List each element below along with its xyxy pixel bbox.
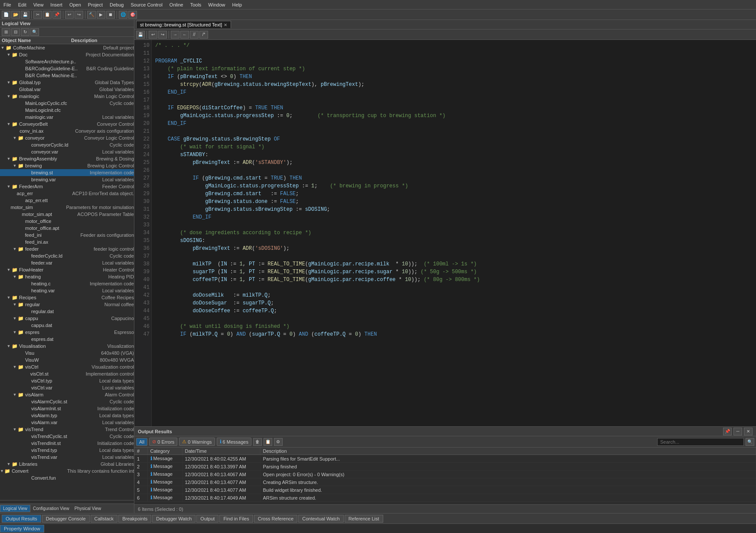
tree-item-motor-sim-apt[interactable]: motor_sim.apt ACOPOS Parameter Table bbox=[0, 211, 134, 218]
output-minimize[interactable]: ─ bbox=[733, 428, 742, 435]
tree-expand[interactable]: ▼ bbox=[6, 295, 11, 300]
tree-expand[interactable]: ▼ bbox=[12, 365, 17, 369]
output-search-input[interactable] bbox=[657, 438, 744, 446]
tree-item-softwarearchitecture-p--[interactable]: SoftwareArchitecture.p.. bbox=[0, 58, 134, 65]
tab-logical-view[interactable]: Logical View bbox=[0, 505, 30, 512]
tree-expand[interactable]: ▼ bbox=[12, 163, 17, 168]
tree-expand[interactable]: ▼ bbox=[12, 136, 17, 140]
table-row[interactable]: 5 ℹ Message 12/30/2021 8:40:13.4077 AM B… bbox=[134, 486, 756, 494]
tree-item-visalarm-var[interactable]: visAlarm.var Local variables bbox=[0, 419, 134, 426]
menu-open[interactable]: Open bbox=[66, 1, 85, 8]
tree-item-acp-err-ett[interactable]: acp_err.ett bbox=[0, 197, 134, 204]
tree-item-flowheater[interactable]: ▼ 📁 FlowHeater Heater Control bbox=[0, 266, 134, 273]
tree-item-visu[interactable]: Visu 640x480 (VGA) bbox=[0, 350, 134, 356]
output-table-container[interactable]: # Category Date/Time Description 1 ℹ Mes… bbox=[134, 448, 756, 504]
menu-window[interactable]: Window bbox=[205, 1, 228, 8]
tree-item-mainlogicinit-cfc[interactable]: MainLogicInit.cfc bbox=[0, 107, 134, 114]
tree-expand[interactable]: ▼ bbox=[12, 392, 17, 397]
bottom-tab-callstack[interactable]: Callstack bbox=[91, 515, 118, 523]
ed-save[interactable]: 💾 bbox=[136, 31, 145, 39]
tree-expand[interactable]: ▼ bbox=[12, 302, 17, 307]
tree-expand[interactable]: ▼ bbox=[0, 469, 4, 473]
tree-expand[interactable]: ▼ bbox=[12, 330, 17, 334]
code-content[interactable]: /* . . . */ PROGRAM _CYCLIC (* plain tex… bbox=[152, 40, 756, 426]
tree-item-motor-office[interactable]: motor_office bbox=[0, 218, 134, 225]
tree-item-mainlogic[interactable]: ▼ 📁 mainlogic Main Logic Control bbox=[0, 93, 134, 100]
menu-tools[interactable]: Tools bbox=[187, 1, 205, 8]
bottom-tab-cross-reference[interactable]: Cross Reference bbox=[254, 515, 298, 523]
table-row[interactable]: 2 ℹ Message 12/30/2021 8:40:13.3997 AM P… bbox=[134, 463, 756, 471]
table-row[interactable]: 3 ℹ Message 12/30/2021 8:40:13.4067 AM O… bbox=[134, 471, 756, 478]
editor-tab-close[interactable]: ✕ bbox=[224, 23, 227, 27]
tree-item-visctrl-var[interactable]: visCtrl.var Local variables bbox=[0, 384, 134, 391]
output-search-btn[interactable]: 🔍 bbox=[746, 438, 754, 446]
tree-item-feederarm[interactable]: ▼ 📁 FeederArm Feeder Control bbox=[0, 183, 134, 190]
copy-button[interactable]: 📋 bbox=[43, 11, 52, 19]
build-button[interactable]: 🔨 bbox=[87, 11, 96, 19]
tree-item-b-rcodingguideline-e--[interactable]: B&RCodingGuideline-E.. B&R Coding Guidel… bbox=[0, 65, 134, 72]
ed-outdent[interactable]: ← bbox=[180, 31, 189, 39]
tree-item-mainlogiccyclic-cfc[interactable]: MainLogicCyclic.cfc Cyclic code bbox=[0, 100, 134, 107]
tab-physical-view[interactable]: Physical View bbox=[72, 505, 104, 512]
tree-item-vistrend[interactable]: ▼ 📁 visTrend Trend Control bbox=[0, 426, 134, 433]
sidebar-filter[interactable]: 🔍 bbox=[30, 28, 39, 36]
output-clear[interactable]: 🗑 bbox=[253, 438, 262, 446]
bottom-tab-output-results[interactable]: Output Results bbox=[2, 515, 41, 523]
tree-item-brewingassembly[interactable]: ▼ 📁 BrewingAssembly Brewing & Dosing bbox=[0, 155, 134, 162]
table-row[interactable]: 4 ℹ Message 12/30/2021 8:40:13.4077 AM C… bbox=[134, 478, 756, 486]
bottom-tab-find-in-files[interactable]: Find in Files bbox=[219, 515, 253, 523]
tree-item-visalarmcyclic-st[interactable]: visAlarmCyclic.st Cyclic code bbox=[0, 398, 134, 405]
tree-item-regular-dat[interactable]: regular.dat bbox=[0, 308, 134, 315]
tree-item-global-var[interactable]: Global.var Global Variables bbox=[0, 86, 134, 93]
undo-button[interactable]: ↩ bbox=[65, 11, 74, 19]
table-row[interactable]: 1 ℹ Message 12/30/2021 8:40:02.4255 AM P… bbox=[134, 455, 756, 463]
tree-item-visctrl[interactable]: ▼ 📁 visCtrl Visualization control bbox=[0, 363, 134, 370]
bottom-tab-debugger-watch[interactable]: Debugger Watch bbox=[152, 515, 196, 523]
tree-item-visalarminit-st[interactable]: visAlarmInit.st Initialization code bbox=[0, 405, 134, 412]
tree-item-coffeemachine[interactable]: ▼ 📁 CoffeeMachine Default project bbox=[0, 44, 134, 51]
output-copy[interactable]: 📋 bbox=[264, 438, 272, 446]
tree-item-feeder-var[interactable]: feeder.var Local variables bbox=[0, 259, 134, 266]
sidebar-resize-handle[interactable] bbox=[0, 500, 134, 504]
sidebar-refresh[interactable]: ↻ bbox=[21, 28, 29, 36]
tree-item-cappu[interactable]: ▼ 📁 cappu Cappucino bbox=[0, 315, 134, 322]
tree-item-brewing-st[interactable]: brewing.st Implementation code bbox=[0, 169, 134, 176]
tree-item-heating-var[interactable]: heating.var Local variables bbox=[0, 287, 134, 294]
tree-item-visuw[interactable]: VisuW 800x480 WVGA bbox=[0, 356, 134, 363]
tree-item-feed-ini[interactable]: feed_ini Feeder axis configuration bbox=[0, 232, 134, 239]
sidebar-collapse-all[interactable]: ⊟ bbox=[11, 28, 20, 36]
ed-comment[interactable]: // bbox=[190, 31, 199, 39]
tree-item-visalarm[interactable]: ▼ 📁 visAlarm Alarm Control bbox=[0, 391, 134, 398]
output-errors-btn[interactable]: ⊘ 0 Errors bbox=[149, 438, 177, 446]
tree-item-conveyor[interactable]: ▼ 📁 conveyor Conveyor Logic Control bbox=[0, 134, 134, 141]
open-button[interactable]: 📂 bbox=[11, 11, 20, 19]
bottom-tab-output[interactable]: Output bbox=[196, 515, 218, 523]
bottom-tab-reference-list[interactable]: Reference List bbox=[345, 515, 383, 523]
menu-project[interactable]: Project bbox=[85, 1, 106, 8]
editor-tab-brewing[interactable]: st brewing::brewing.st [Structured Text]… bbox=[136, 21, 231, 28]
menu-source-control[interactable]: Source Control bbox=[127, 1, 166, 8]
ed-redo[interactable]: ↪ bbox=[158, 31, 167, 39]
tree-item-regular[interactable]: ▼ 📁 regular Normal coffee bbox=[0, 301, 134, 308]
tree-expand[interactable]: ▼ bbox=[0, 46, 5, 50]
tree-expand[interactable]: ▼ bbox=[6, 462, 11, 466]
tree-item-brewing-var[interactable]: brewing.var Local variables bbox=[0, 176, 134, 183]
online-button[interactable]: 🌐 bbox=[119, 11, 127, 19]
tree-expand[interactable]: ▼ bbox=[12, 316, 17, 320]
bottom-tab-debugger-console[interactable]: Debugger Console bbox=[42, 515, 90, 523]
tree-container[interactable]: ▼ 📁 CoffeeMachine Default project ▼ 📁 Do… bbox=[0, 44, 134, 500]
tree-item-motor-sim[interactable]: motor_sim Parameters for motor simulatio… bbox=[0, 204, 134, 211]
target-button[interactable]: 🎯 bbox=[128, 11, 137, 19]
ed-indent[interactable]: → bbox=[171, 31, 179, 39]
output-close[interactable]: ✕ bbox=[744, 428, 753, 435]
tree-item-visalarm-typ[interactable]: visAlarm.typ Local data types bbox=[0, 412, 134, 419]
menu-online[interactable]: Online bbox=[166, 1, 187, 8]
tree-item-doc[interactable]: ▼ 📁 Doc Project Documentation bbox=[0, 51, 134, 58]
output-warnings-btn[interactable]: ⚠ 0 Warnings bbox=[179, 438, 215, 446]
redo-button[interactable]: ↪ bbox=[75, 11, 83, 19]
tree-expand[interactable]: ▼ bbox=[6, 344, 11, 348]
tree-item-visctrl-typ[interactable]: visCtrl.typ Local data types bbox=[0, 377, 134, 384]
new-button[interactable]: 📄 bbox=[2, 11, 10, 19]
tree-item-motor-office-apt[interactable]: motor_office.apt bbox=[0, 225, 134, 232]
table-row[interactable]: 6 ℹ Message 12/30/2021 8:40:17.4049 AM A… bbox=[134, 494, 756, 502]
